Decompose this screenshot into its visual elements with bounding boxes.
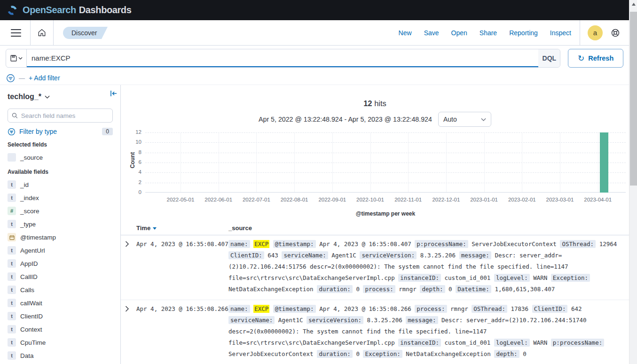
field-item-AgentUrl[interactable]: tAgentUrl: [8, 244, 113, 257]
expand-row-button[interactable]: [121, 239, 136, 295]
time-column-header[interactable]: Time: [136, 225, 228, 232]
navbar-left: Discover: [7, 20, 102, 45]
field-item-Calls[interactable]: tCalls: [8, 283, 113, 296]
time-range-label: Apr 5, 2022 @ 13:22:48.924 - Apr 5, 2023…: [259, 116, 432, 123]
filter-icon[interactable]: [6, 74, 15, 83]
table-row: Apr 4, 2023 @ 16:35:08.266name: EXCP @ti…: [121, 300, 629, 364]
query-input[interactable]: [27, 49, 538, 66]
chevron-right-icon: [125, 241, 129, 247]
index-pattern-name: techlog_*: [8, 93, 41, 101]
source-header-label: _source: [228, 225, 252, 232]
field-search-box: [8, 108, 113, 123]
field-name-badge: @timestamp:: [273, 305, 316, 313]
string-type-icon: t: [8, 246, 16, 255]
nav-link-open[interactable]: Open: [451, 29, 467, 37]
gridline-x: [256, 132, 257, 192]
y-tick-label: 4: [123, 169, 142, 175]
y-tick-label: 10: [123, 139, 142, 145]
x-tick-label: 2022-09-01: [313, 197, 352, 202]
available-fields-list: t_idt_index#_scoret_type@timestamptAgent…: [8, 178, 113, 364]
chevron-down-icon: [45, 95, 50, 99]
avatar[interactable]: a: [588, 25, 603, 40]
expand-row-button[interactable]: [121, 303, 136, 360]
gridline-x: [294, 132, 295, 192]
nav-link-save[interactable]: Save: [424, 29, 439, 37]
query-language-button[interactable]: DQL: [538, 49, 560, 67]
discover-main-panel: 12 hits Apr 5, 2022 @ 13:22:48.924 - Apr…: [120, 85, 629, 364]
available-fields-heading: Available fields: [8, 169, 113, 175]
field-item-_source[interactable]: _source: [8, 152, 113, 163]
x-tick-label: 2023-02-01: [502, 197, 542, 202]
field-item-_type[interactable]: t_type: [8, 217, 113, 231]
page-scrollbar[interactable]: [629, 0, 637, 364]
string-type-icon: t: [8, 351, 16, 360]
field-name: callWait: [20, 300, 42, 307]
nav-link-reporting[interactable]: Reporting: [509, 29, 538, 37]
scrollbar-thumb[interactable]: [630, 12, 637, 186]
filter-divider: —: [19, 75, 25, 82]
saved-query-menu-button[interactable]: [6, 49, 27, 67]
string-type-icon: t: [8, 299, 16, 307]
field-name-badge: duration:: [317, 350, 353, 358]
field-item-_id[interactable]: t_id: [8, 178, 113, 191]
scrollbar-up-arrow[interactable]: [629, 0, 637, 8]
index-pattern-switcher[interactable]: techlog_*: [8, 92, 113, 102]
breadcrumb[interactable]: Discover: [63, 27, 102, 39]
time-cell: Apr 4, 2023 @ 16:35:08.266: [136, 303, 228, 360]
field-search-input[interactable]: [21, 112, 109, 119]
gridline-y: [145, 142, 626, 143]
nav-link-share[interactable]: Share: [480, 29, 497, 37]
gridline-y: [145, 153, 626, 153]
field-name-badge: name:: [228, 305, 250, 313]
field-item-AppID[interactable]: tAppID: [8, 257, 113, 270]
add-filter-button[interactable]: + Add filter: [29, 74, 60, 82]
home-button[interactable]: [32, 20, 51, 45]
field-item-ClientID[interactable]: tClientID: [8, 310, 113, 323]
string-type-icon: t: [8, 180, 16, 189]
field-item-_index[interactable]: t_index: [8, 191, 113, 204]
x-tick-label: 2022-05-01: [161, 197, 200, 202]
source-column-header: _source: [228, 225, 629, 232]
field-item-CpuTime[interactable]: tCpuTime: [8, 336, 113, 349]
histogram-bar[interactable]: [600, 132, 608, 193]
filter-by-type-button[interactable]: Filter by type 0: [8, 126, 113, 137]
nav-divider: [580, 20, 580, 45]
help-button[interactable]: [610, 28, 621, 38]
field-item-CallID[interactable]: tCallID: [8, 270, 113, 283]
chevron-down-icon: [18, 57, 23, 60]
refresh-button[interactable]: ↻ Refresh: [568, 49, 623, 68]
field-item-Data[interactable]: tData: [8, 349, 113, 362]
search-icon: [12, 112, 18, 119]
table-body: Apr 4, 2023 @ 16:35:08.407name: EXCP @ti…: [121, 235, 629, 364]
table-header-row: Time _source: [121, 221, 629, 235]
time-cell: Apr 4, 2023 @ 16:35:08.407: [136, 239, 228, 295]
collapse-sidebar-button[interactable]: [110, 90, 118, 97]
fields-sidebar: techlog_* Filter by type 0 Selected fiel…: [0, 85, 120, 364]
interval-select[interactable]: Auto: [438, 112, 491, 127]
string-type-icon: t: [8, 272, 16, 281]
gridline-x: [560, 132, 560, 192]
breadcrumb-label: Discover: [71, 29, 97, 37]
field-name-badge: duration:: [317, 285, 353, 293]
app-header: OpenSearch Dashboards: [0, 0, 629, 20]
x-tick-label: 2022-07-01: [236, 197, 276, 202]
field-item-Context[interactable]: tContext: [8, 323, 113, 336]
nav-link-inspect[interactable]: Inspect: [550, 29, 571, 37]
field-item-@timestamp[interactable]: @timestamp: [8, 231, 113, 244]
field-name: Context: [20, 326, 42, 333]
nav-link-new[interactable]: New: [399, 29, 412, 37]
field-name: _index: [20, 194, 39, 201]
refresh-label: Refresh: [588, 54, 613, 62]
field-item-_score[interactable]: #_score: [8, 204, 113, 217]
field-item-partial[interactable]: t: [8, 362, 113, 364]
sort-desc-icon: [153, 227, 157, 230]
field-item-callWait[interactable]: tcallWait: [8, 296, 113, 310]
field-name-badge: instanceID:: [398, 339, 441, 347]
field-name: AppID: [20, 260, 38, 267]
menu-button[interactable]: [7, 20, 25, 45]
navbar-right: NewSaveOpenShareReportingInspect a: [399, 20, 622, 45]
opensearch-discover-page: OpenSearch Dashboards Discover: [0, 0, 637, 364]
time-header-label: Time: [136, 225, 150, 232]
gridline-x: [181, 132, 181, 192]
string-type-icon: t: [8, 312, 16, 320]
